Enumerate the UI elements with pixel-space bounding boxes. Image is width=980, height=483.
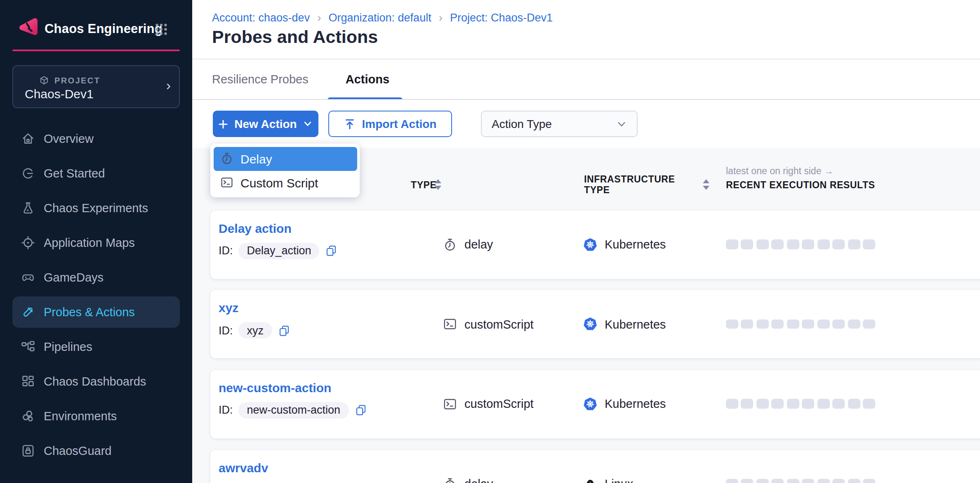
- execution-result-placeholder: [726, 239, 738, 249]
- execution-result-placeholder: [787, 319, 799, 329]
- infrastructure-value: Linux: [605, 477, 633, 483]
- kubernetes-icon: [583, 237, 597, 251]
- action-type-label: Action Type: [492, 117, 552, 130]
- kubernetes-icon: [583, 397, 597, 411]
- sort-asc-icon: [435, 179, 441, 183]
- action-id-row: ID: xyz: [219, 322, 290, 339]
- type-cell: delay: [443, 477, 493, 483]
- id-label: ID:: [219, 404, 233, 417]
- breadcrumb-organization-link[interactable]: Organization: default: [329, 11, 431, 24]
- action-row: awrvadv delay Linux: [210, 450, 980, 483]
- project-label-row: PROJECT: [39, 75, 100, 86]
- sidebar-item-label: ChaosGuard: [44, 444, 111, 457]
- action-name-link[interactable]: Delay action: [219, 221, 292, 235]
- type-cell: delay: [443, 237, 493, 251]
- plus-icon: [218, 118, 229, 129]
- execution-result-placeholder: [772, 239, 784, 249]
- breadcrumb: Account: chaos-dev › Organization: defau…: [212, 11, 553, 24]
- action-type-filter[interactable]: Action Type: [481, 111, 638, 137]
- breadcrumb-account-link[interactable]: Account: chaos-dev: [212, 11, 310, 24]
- execution-result-placeholder: [772, 479, 784, 483]
- sidebar-item-gamedays[interactable]: GameDays: [12, 262, 180, 293]
- pipelines-icon: [21, 339, 35, 354]
- action-id-row: ID: new-custom-action: [219, 402, 367, 419]
- terminal-icon: [443, 317, 457, 331]
- menu-item-label: Delay: [240, 152, 272, 166]
- sidebar-item-overview[interactable]: Overview: [12, 123, 180, 154]
- copy-icon[interactable]: [325, 244, 338, 257]
- execution-result-placeholder: [802, 239, 814, 249]
- action-row: xyz ID: xyz customScript Kubern: [210, 290, 980, 358]
- execution-result-placeholder: [787, 239, 799, 249]
- breadcrumb-separator: ›: [310, 11, 328, 24]
- sidebar-item-label: Pipelines: [44, 340, 92, 353]
- menu-item-custom-script[interactable]: Custom Script: [213, 170, 357, 194]
- sidebar-item-get-started[interactable]: Get Started: [12, 158, 180, 189]
- execution-result-placeholder: [756, 239, 768, 249]
- sidebar-item-probes-actions[interactable]: Probes & Actions: [12, 296, 180, 328]
- sidebar-item-label: Chaos Experiments: [44, 201, 148, 215]
- action-name-link[interactable]: new-custom-action: [219, 381, 331, 395]
- project-label: PROJECT: [54, 76, 100, 85]
- menu-item-delay[interactable]: Delay: [213, 147, 357, 170]
- action-id-chip: new-custom-action: [239, 402, 349, 419]
- tab-actions[interactable]: Actions: [346, 73, 389, 94]
- apps-grid-icon[interactable]: [154, 22, 168, 36]
- app-window: Chaos Engineering PROJECT Chaos-Dev1 ›: [0, 0, 980, 483]
- action-id-row: ID: Delay_action: [219, 242, 338, 259]
- execution-result-placeholder: [863, 399, 875, 409]
- breadcrumb-project-link[interactable]: Project: Chaos-Dev1: [450, 11, 553, 24]
- tab-resilience-probes[interactable]: Resilience Probes: [212, 73, 309, 94]
- execution-result-placeholder: [741, 319, 753, 329]
- execution-result-placeholder: [817, 239, 829, 249]
- import-action-button[interactable]: Import Action: [328, 111, 452, 137]
- execution-result-placeholder: [848, 319, 860, 329]
- action-name-link[interactable]: awrvadv: [219, 460, 268, 474]
- linux-icon: [583, 477, 597, 483]
- execution-result-placeholder: [848, 479, 860, 483]
- project-selector[interactable]: PROJECT Chaos-Dev1 ›: [12, 65, 180, 108]
- execution-result-placeholder: [833, 239, 845, 249]
- sidebar-item-chaosguard[interactable]: ChaosGuard: [12, 435, 180, 466]
- chevron-down-icon: [616, 118, 627, 129]
- cube-icon: [39, 75, 49, 86]
- infrastructure-value: Kubernetes: [605, 317, 666, 331]
- import-action-label: Import Action: [362, 117, 437, 130]
- stopwatch-icon: [443, 477, 457, 483]
- execution-result-placeholder: [726, 319, 738, 329]
- type-value: customScript: [464, 398, 534, 411]
- new-action-button[interactable]: New Action: [212, 111, 318, 137]
- copy-icon[interactable]: [278, 324, 290, 336]
- sort-type-control[interactable]: [435, 179, 441, 189]
- sidebar-item-chaos-experiments[interactable]: Chaos Experiments: [12, 192, 180, 224]
- execution-result-placeholder: [802, 319, 814, 329]
- harness-chaos-logo: [16, 17, 40, 40]
- sidebar-item-application-maps[interactable]: Application Maps: [12, 227, 180, 258]
- action-row: Delay action ID: Delay_action delay: [210, 210, 980, 279]
- brand-divider: [12, 50, 180, 51]
- infrastructure-value: Kubernetes: [605, 238, 666, 251]
- execution-result-placeholder: [787, 399, 799, 409]
- execution-result-placeholder: [787, 479, 799, 483]
- stopwatch-icon: [220, 152, 233, 165]
- sidebar-item-chaos-dashboards[interactable]: Chaos Dashboards: [12, 366, 180, 397]
- sort-infrastructure-control[interactable]: [703, 179, 709, 189]
- flask-icon: [21, 201, 35, 215]
- copy-icon[interactable]: [354, 404, 367, 417]
- execution-result-placeholder: [741, 239, 753, 249]
- infrastructure-cell: Kubernetes: [583, 237, 666, 251]
- sidebar-item-environments[interactable]: Environments: [12, 400, 180, 432]
- execution-result-placeholder: [833, 479, 845, 483]
- toolbar: New Action Import Action Action Type: [192, 100, 980, 149]
- sidebar-item-label: GameDays: [44, 271, 104, 284]
- execution-result-placeholder: [756, 399, 768, 409]
- recent-execution-results: [726, 479, 875, 483]
- recent-execution-results: [726, 319, 875, 329]
- infrastructure-cell: Kubernetes: [583, 317, 666, 331]
- sidebar-item-pipelines[interactable]: Pipelines: [12, 331, 180, 362]
- infra-header-line2: TYPE: [584, 185, 675, 196]
- stopwatch-icon: [443, 237, 457, 251]
- action-name-link[interactable]: xyz: [219, 301, 238, 315]
- execution-result-placeholder: [756, 479, 768, 483]
- page-title: Probes and Actions: [212, 27, 378, 48]
